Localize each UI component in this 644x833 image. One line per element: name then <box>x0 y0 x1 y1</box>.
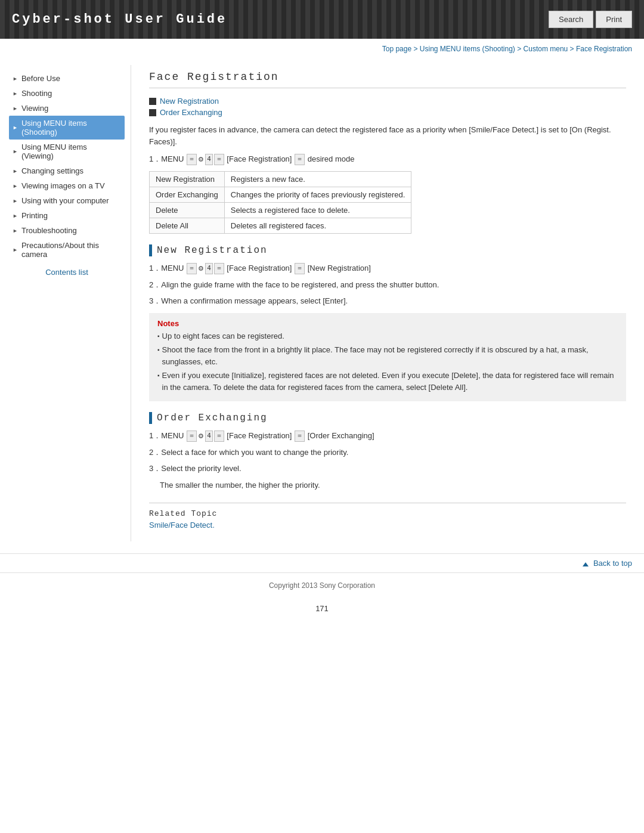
sidebar-item-label: Shooting <box>21 89 52 98</box>
menu-icon-1: ＝ <box>187 154 197 165</box>
sidebar-item-viewing[interactable]: ► Viewing <box>9 101 125 116</box>
arrow-icon: ► <box>13 148 18 154</box>
table-cell-name: Delete <box>150 202 225 218</box>
back-to-top-link[interactable]: Back to top <box>583 559 632 568</box>
sidebar-item-precautions[interactable]: ► Precautions/About this camera <box>9 238 125 262</box>
notes-title: Notes <box>157 319 618 328</box>
note-item-3: ▪ Even if you execute [Initialize], regi… <box>157 370 618 393</box>
sidebar-item-label: Viewing images on a TV <box>21 181 105 190</box>
related-topic-link[interactable]: Smile/Face Detect. <box>149 521 215 529</box>
arrow-icon: ► <box>13 168 18 174</box>
gear-icon-1: ⚙ <box>198 154 204 165</box>
menu-icon: 4 <box>205 431 213 442</box>
note-item-2: ▪ Shoot the face from the front in a bri… <box>157 344 618 367</box>
arrow-icon: ► <box>13 76 18 82</box>
sidebar-item-label: Printing <box>21 211 48 220</box>
page-title: Face Registration <box>149 71 626 88</box>
sidebar-item-before-use[interactable]: ► Before Use <box>9 71 125 86</box>
breadcrumb-custom[interactable]: Custom menu <box>524 45 568 53</box>
arrow-icon: ► <box>13 247 18 253</box>
contents-list-link[interactable]: Contents list <box>9 262 125 279</box>
sidebar-item-using-menu-shooting[interactable]: ► Using MENU items (Shooting) <box>9 116 125 140</box>
menu-icon: ＝ <box>295 431 305 442</box>
header: Cyber-shot User Guide Search Print <box>0 0 644 39</box>
order-step-1: 1．MENU ＝⚙4＝ [Face Registration] ＝ [Order… <box>149 430 626 442</box>
table-cell-desc: Deletes all registered faces. <box>224 218 411 233</box>
order-exchanging-section: Order Exchanging 1．MENU ＝⚙4＝ [Face Regis… <box>149 412 626 491</box>
menu-icon: 4 <box>205 263 213 274</box>
sidebar-item-computer[interactable]: ► Using with your computer <box>9 193 125 208</box>
order-exchanging-heading: Order Exchanging <box>149 412 626 424</box>
back-to-top-bar: Back to top <box>0 553 644 572</box>
breadcrumb-sep3: > <box>570 45 576 53</box>
main-step-1: 1．MENU ＝⚙4＝ [Face Registration] ＝ desire… <box>149 153 626 165</box>
arrow-icon: ► <box>13 228 18 234</box>
new-registration-heading: New Registration <box>149 244 626 256</box>
section-bar-icon <box>149 412 152 424</box>
bullet-icon <box>149 109 156 116</box>
sidebar-item-label: Viewing <box>21 104 48 113</box>
table-row: Order Exchanging Changes the priority of… <box>150 187 411 202</box>
arrow-icon: ► <box>13 213 18 219</box>
new-reg-step-2: 2．Align the guide frame with the face to… <box>149 279 626 291</box>
sidebar: ► Before Use ► Shooting ► Viewing ► Usin… <box>0 65 131 541</box>
menu-icon: ＝ <box>187 431 197 442</box>
table-cell-name: New Registration <box>150 171 225 187</box>
header-buttons: Search Print <box>549 11 632 28</box>
sidebar-item-label: Changing settings <box>21 166 83 175</box>
sidebar-item-printing[interactable]: ► Printing <box>9 208 125 223</box>
arrow-icon: ► <box>13 125 18 131</box>
arrow-icon: ► <box>13 91 18 97</box>
table-row: Delete All Deletes all registered faces. <box>150 218 411 233</box>
gear-icon: ⚙ <box>198 431 204 441</box>
related-topic: Related Topic Smile/Face Detect. <box>149 503 626 529</box>
sidebar-item-troubleshooting[interactable]: ► Troubleshooting <box>9 223 125 238</box>
table-row: Delete Selects a registered face to dele… <box>150 202 411 218</box>
breadcrumb-sep2: > <box>517 45 523 53</box>
section-heading-text: New Registration <box>157 245 268 256</box>
print-button[interactable]: Print <box>596 11 632 28</box>
sidebar-item-label: Using with your computer <box>21 196 109 205</box>
link-order-exchanging[interactable]: Order Exchanging <box>149 108 626 117</box>
page-number: 171 <box>0 598 644 619</box>
arrow-icon: ► <box>13 198 18 204</box>
sidebar-item-label: Using MENU items (Viewing) <box>21 143 121 160</box>
note-bullet-icon: ▪ <box>157 332 160 340</box>
table-cell-desc: Changes the priority of faces previously… <box>224 187 411 202</box>
registration-table: New Registration Registers a new face. O… <box>149 171 411 234</box>
note-bullet-icon: ▪ <box>157 345 160 354</box>
menu-icon-3: ＝ <box>214 154 224 165</box>
sidebar-item-changing-settings[interactable]: ► Changing settings <box>9 163 125 178</box>
table-cell-desc: Selects a registered face to delete. <box>224 202 411 218</box>
order-step-3: 3．Select the priority level. <box>149 463 626 475</box>
note-text: Up to eight faces can be registered. <box>162 330 284 342</box>
bullet-icon <box>149 98 156 105</box>
arrow-up-icon <box>583 562 589 566</box>
menu-icon-4: ＝ <box>295 154 305 165</box>
new-reg-step-1: 1．MENU ＝⚙4＝ [Face Registration] ＝ [New R… <box>149 262 626 274</box>
sidebar-item-label: Using MENU items (Shooting) <box>21 119 121 137</box>
arrow-icon: ► <box>13 183 18 189</box>
note-text: Shoot the face from the front in a brigh… <box>162 344 618 367</box>
breadcrumb-top[interactable]: Top page <box>382 45 411 53</box>
order-step-note: The smaller the number, the higher the p… <box>149 479 626 491</box>
section-heading-text: Order Exchanging <box>157 413 268 423</box>
search-button[interactable]: Search <box>549 11 593 28</box>
sidebar-item-shooting[interactable]: ► Shooting <box>9 86 125 101</box>
breadcrumb-shooting[interactable]: Using MENU items (Shooting) <box>420 45 515 53</box>
note-item-1: ▪ Up to eight faces can be registered. <box>157 330 618 342</box>
menu-icon-2: 4 <box>205 154 213 165</box>
table-row: New Registration Registers a new face. <box>150 171 411 187</box>
breadcrumb-sep1: > <box>413 45 419 53</box>
anchor-links: New Registration Order Exchanging <box>149 97 626 117</box>
sidebar-item-using-menu-viewing[interactable]: ► Using MENU items (Viewing) <box>9 140 125 163</box>
related-topic-title: Related Topic <box>149 509 626 518</box>
sidebar-item-label: Troubleshooting <box>21 226 77 235</box>
intro-paragraph: If you register faces in advance, the ca… <box>149 124 626 147</box>
table-cell-name: Delete All <box>150 218 225 233</box>
back-to-top-text: Back to top <box>593 559 632 568</box>
link-new-registration[interactable]: New Registration <box>149 97 626 106</box>
copyright-text: Copyright 2013 Sony Corporation <box>269 581 375 590</box>
sidebar-item-viewing-tv[interactable]: ► Viewing images on a TV <box>9 178 125 193</box>
note-text: Even if you execute [Initialize], regist… <box>162 370 618 393</box>
